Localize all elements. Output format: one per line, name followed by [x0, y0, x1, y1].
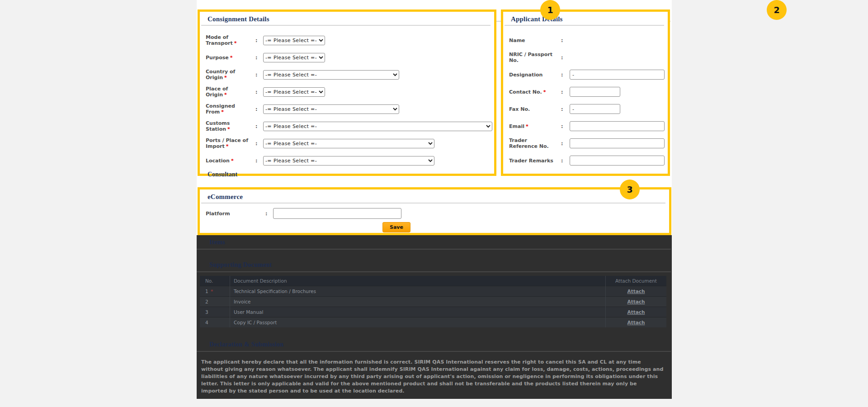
place-of-origin-select[interactable]: -= Please Select =-: [263, 87, 325, 97]
purpose-select[interactable]: -= Please Select =-: [263, 53, 325, 62]
column-header-no: No.: [200, 276, 230, 286]
field-label-place-of-origin: Place of Origin*: [206, 86, 251, 98]
dimmed-section: Items Supporting Document No. Document D…: [197, 235, 672, 399]
column-header-attach: Attach Document: [606, 276, 667, 286]
column-header-description: Document Description: [230, 276, 606, 286]
trader-reference-no-input[interactable]: [570, 138, 665, 148]
consignment-details-title: Consignment Details: [208, 15, 494, 23]
field-row-platform: Platform :: [200, 208, 669, 219]
items-heading: Items: [197, 235, 671, 250]
row-number-cell: 1 *: [200, 286, 230, 297]
field-row-contact-no: Contact No.*:: [503, 83, 668, 100]
fax-no-input[interactable]: [570, 104, 620, 114]
applicant-details-title: Applicant Details: [511, 15, 668, 23]
row-number: 1: [205, 289, 208, 294]
field-row-trader-remarks: Trader Remarks:: [503, 152, 668, 169]
field-row-place-of-origin: Place of Origin*:-= Please Select =-: [200, 83, 494, 100]
designation-input[interactable]: [570, 70, 665, 80]
required-asterisk: *: [230, 55, 233, 61]
document-description-cell: User Manual: [230, 307, 606, 317]
platform-label: Platform: [206, 211, 261, 217]
field-label-ports-place-of-import: Ports / Place of Import*: [206, 137, 251, 149]
email-input[interactable]: [570, 121, 665, 131]
field-label-fax-no: Fax No.: [509, 106, 557, 112]
required-asterisk: *: [224, 75, 227, 80]
colon: :: [557, 55, 570, 61]
colon: :: [557, 89, 570, 95]
field-label-email: Email*: [509, 123, 557, 129]
content-column: Consignment Details Mode of Transport*:-…: [197, 0, 672, 399]
field-row-nric-passport-no: NRIC / Passport No.:: [503, 49, 668, 66]
contact-no-input[interactable]: [570, 87, 620, 97]
field-label-consigned-from: Consigned From*: [206, 103, 251, 115]
row-number: 3: [205, 309, 208, 315]
step-badge-1: 1: [540, 0, 560, 20]
attach-link[interactable]: Attach: [627, 320, 645, 325]
attach-link[interactable]: Attach: [627, 289, 645, 294]
row-number: 4: [205, 320, 208, 325]
supporting-document-heading: Supporting Document: [197, 260, 671, 272]
required-asterisk: *: [221, 109, 224, 115]
supporting-document-table: No. Document Description Attach Document…: [200, 276, 666, 327]
field-row-fax-no: Fax No.:: [503, 100, 668, 118]
required-asterisk: *: [234, 40, 237, 46]
field-label-designation: Designation: [509, 72, 557, 78]
mode-of-transport-select[interactable]: -= Please Select =-: [263, 36, 325, 45]
colon: :: [251, 72, 263, 78]
field-label-text: Designation: [509, 72, 542, 78]
save-button[interactable]: Save: [382, 222, 410, 232]
attach-link[interactable]: Attach: [627, 299, 645, 304]
colon: :: [251, 106, 263, 112]
attach-cell: Attach: [606, 297, 667, 307]
field-row-mode-of-transport: Mode of Transport*:-= Please Select =-: [200, 32, 494, 49]
declaration-text: The applicant hereby declare that all th…: [201, 359, 665, 395]
ecommerce-panel: eCommerce Platform : Save: [198, 187, 671, 235]
customs-station-select[interactable]: -= Please Select =-: [263, 122, 492, 131]
colon: :: [557, 72, 570, 78]
field-label-location: Location*: [206, 158, 251, 164]
field-label-text: Trader Remarks: [509, 158, 553, 164]
field-label-trader-reference-no: Trader Reference No.: [509, 137, 557, 149]
field-row-ports-place-of-import: Ports / Place of Import*:-= Please Selec…: [200, 135, 494, 152]
colon: :: [251, 89, 263, 95]
colon: :: [557, 123, 570, 129]
ecommerce-title: eCommerce: [208, 193, 669, 201]
field-label-nric-passport-no: NRIC / Passport No.: [509, 52, 557, 63]
field-row-customs-station: Customs Station*:-= Please Select =-: [200, 118, 494, 135]
declaration-heading: Declaration & Submission: [197, 339, 671, 352]
supporting-document-rows: 1 *Technical Specification / BrochuresAt…: [200, 286, 666, 328]
attach-cell: Attach: [606, 307, 667, 317]
required-asterisk: *: [209, 289, 213, 294]
consultant-heading: Consultant: [208, 171, 494, 178]
field-label-name: Name: [509, 38, 557, 43]
table-row: 2InvoiceAttach: [200, 297, 666, 307]
country-of-origin-select[interactable]: -= Please Select =-: [263, 70, 399, 80]
field-label-text: Fax No.: [509, 106, 530, 112]
title-divider: [505, 25, 664, 26]
document-description-cell: Technical Specification / Brochures: [230, 286, 606, 297]
colon: :: [557, 106, 570, 112]
table-header-row: No. Document Description Attach Document: [200, 276, 666, 286]
applicant-fields: Name:NRIC / Passport No.:Designation:Con…: [503, 32, 668, 169]
field-label-text: Country of Origin: [206, 69, 235, 80]
attach-link[interactable]: Attach: [627, 309, 645, 315]
field-row-designation: Designation:: [503, 66, 668, 83]
consignment-fields: Mode of Transport*:-= Please Select =-Pu…: [200, 32, 494, 169]
field-label-text: Consigned From: [206, 103, 235, 115]
trader-remarks-input[interactable]: [570, 156, 665, 166]
required-asterisk: *: [543, 89, 546, 95]
row-number: 2: [205, 299, 208, 304]
platform-input[interactable]: [273, 208, 401, 219]
required-asterisk: *: [226, 143, 229, 149]
required-asterisk: *: [231, 158, 234, 164]
colon: :: [261, 211, 273, 217]
table-row: 1 *Technical Specification / BrochuresAt…: [200, 286, 666, 297]
colon: :: [251, 123, 263, 129]
location-select[interactable]: -= Please Select =-: [263, 156, 434, 166]
ports-place-of-import-select[interactable]: -= Please Select =-: [263, 139, 434, 148]
field-label-country-of-origin: Country of Origin*: [206, 69, 251, 80]
field-label-text: Trader Reference No.: [509, 137, 549, 149]
field-label-text: Mode of Transport: [206, 34, 233, 46]
consigned-from-select[interactable]: -= Please Select =-: [263, 104, 399, 114]
field-label-contact-no: Contact No.*: [509, 89, 557, 95]
